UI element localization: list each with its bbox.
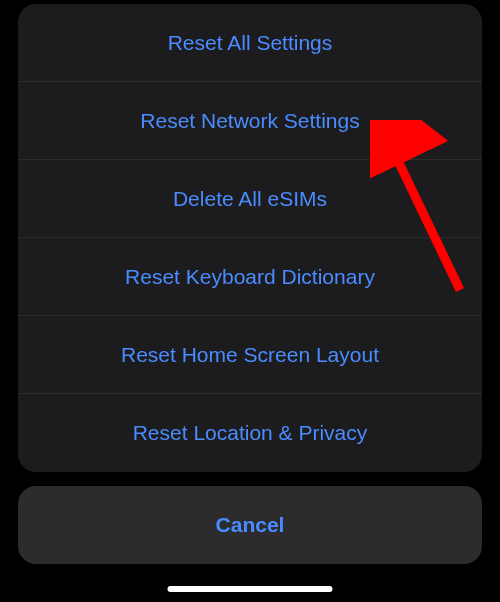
menu-item-label: Reset All Settings: [168, 31, 333, 55]
reset-all-settings-button[interactable]: Reset All Settings: [18, 4, 482, 82]
cancel-button[interactable]: Cancel: [18, 486, 482, 564]
delete-all-esims-button[interactable]: Delete All eSIMs: [18, 160, 482, 238]
reset-network-settings-button[interactable]: Reset Network Settings: [18, 82, 482, 160]
reset-home-screen-layout-button[interactable]: Reset Home Screen Layout: [18, 316, 482, 394]
home-indicator: [168, 586, 333, 592]
action-sheet: Reset All Settings Reset Network Setting…: [18, 4, 482, 472]
reset-keyboard-dictionary-button[interactable]: Reset Keyboard Dictionary: [18, 238, 482, 316]
reset-location-privacy-button[interactable]: Reset Location & Privacy: [18, 394, 482, 472]
cancel-label: Cancel: [216, 513, 285, 537]
menu-item-label: Reset Home Screen Layout: [121, 343, 379, 367]
menu-item-label: Reset Network Settings: [140, 109, 359, 133]
menu-item-label: Reset Location & Privacy: [133, 421, 368, 445]
menu-item-label: Reset Keyboard Dictionary: [125, 265, 375, 289]
menu-item-label: Delete All eSIMs: [173, 187, 327, 211]
